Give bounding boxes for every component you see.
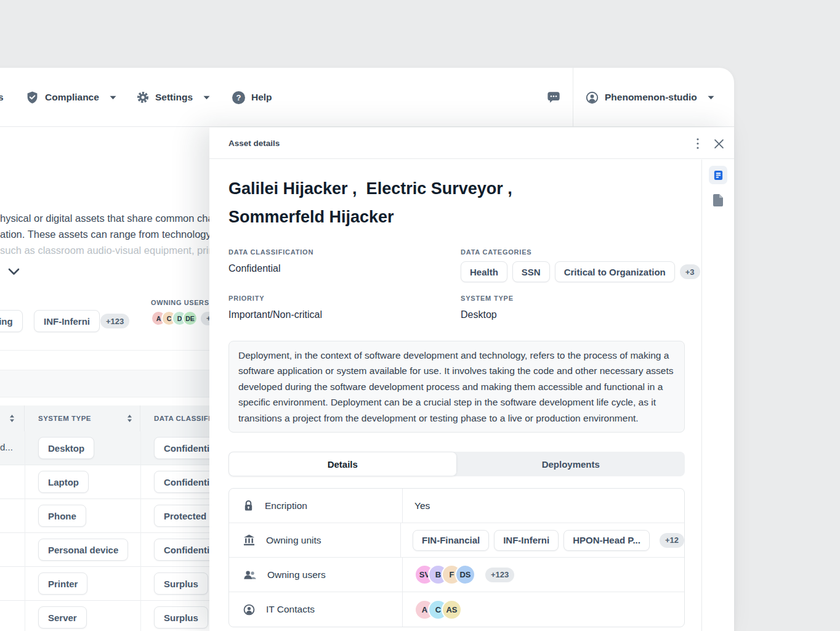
field-value: Confidential xyxy=(228,263,461,274)
nav-item-truncated-label: s xyxy=(0,92,4,103)
encryption-value: Yes xyxy=(403,489,684,523)
file-tab[interactable] xyxy=(709,191,727,210)
account-menu[interactable]: Phenomenon-studio xyxy=(586,68,714,127)
chevron-down-icon xyxy=(110,96,116,100)
owning-users-value: SV B F DS +123 xyxy=(403,558,684,592)
detail-row-owning-units: Owning units FIN-Financial INF-Inferni H… xyxy=(229,523,684,558)
row-lead-text: d... xyxy=(0,442,13,452)
assets-table-body: d... Desktop Confidential Laptop Confide… xyxy=(0,431,209,631)
unit-chip[interactable]: INF-Inferni xyxy=(34,310,100,332)
detail-row-label: IT Contacts xyxy=(229,592,403,627)
detail-row-label: Owning users xyxy=(229,558,403,592)
data-categories-chips: Health SSN Critical to Organization +3 xyxy=(461,261,700,282)
table-row[interactable]: Phone Protected xyxy=(0,499,209,533)
more-options-icon[interactable] xyxy=(693,138,703,149)
system-type-header-label: SYSTEM TYPE xyxy=(38,415,91,422)
more-categories-badge[interactable]: +3 xyxy=(680,264,700,279)
nav-compliance-label: Compliance xyxy=(45,92,99,103)
data-classification-chip[interactable]: Confidential xyxy=(154,437,209,459)
nav-item-compliance[interactable]: Compliance xyxy=(26,68,116,127)
unit-chip[interactable]: FIN-Financial xyxy=(413,530,489,551)
user-avatar-icon xyxy=(586,91,599,104)
more-users-badge[interactable]: +123 xyxy=(485,568,514,582)
table-row[interactable]: Server Surplus xyxy=(0,601,209,631)
background-page: hysical or digital assets that share com… xyxy=(0,127,209,631)
data-classification-chip[interactable]: Confidential xyxy=(154,471,209,493)
unit-chip[interactable]: HPON-Head P... xyxy=(563,530,650,551)
paragraph-line: hysical or digital assets that share com… xyxy=(0,211,209,227)
avatar[interactable]: DE xyxy=(182,311,198,326)
system-type-chip[interactable]: Server xyxy=(38,606,87,629)
nav-item-help[interactable]: ? Help xyxy=(232,68,272,127)
encryption-label: Encription xyxy=(265,500,307,511)
table-header: SYSTEM TYPE DATA CLASSIFICATION xyxy=(0,405,209,431)
data-classification-chip[interactable]: Confidential xyxy=(154,539,209,561)
field-data-categories: DATA CATEGORIES Health SSN Critical to O… xyxy=(461,248,700,282)
detail-row-encryption: Encription Yes xyxy=(229,489,684,523)
field-value: Desktop xyxy=(461,309,700,320)
detail-row-it-contacts: IT Contacts A C AS xyxy=(229,592,684,627)
avatar[interactable]: DS xyxy=(455,564,475,585)
owning-users-label: OWNING USERS xyxy=(151,299,209,306)
details-doc-tab[interactable] xyxy=(709,166,727,184)
panel-title: Asset details xyxy=(228,139,280,148)
owning-users-avatars: SV B F DS xyxy=(414,564,475,585)
divider xyxy=(0,350,209,351)
nav-help-label: Help xyxy=(251,92,272,103)
category-chip[interactable]: SSN xyxy=(512,261,550,282)
unit-chip-truncated[interactable]: nting xyxy=(0,310,23,332)
table-header-cell-truncated[interactable] xyxy=(0,405,25,431)
tab-details[interactable]: Details xyxy=(228,452,457,476)
gear-icon xyxy=(137,91,149,104)
more-units-badge[interactable]: +12 xyxy=(660,533,684,548)
data-classification-chip[interactable]: Protected xyxy=(154,505,209,527)
asset-description-text: hysical or digital assets that share com… xyxy=(0,211,209,258)
table-row[interactable]: Printer Surplus xyxy=(0,567,209,601)
it-contacts-avatars: A C AS xyxy=(414,600,462,620)
data-classification-chip[interactable]: Surplus xyxy=(154,606,208,629)
close-icon[interactable] xyxy=(713,138,724,149)
users-icon xyxy=(243,570,256,580)
table-header-cell-data-classification[interactable]: DATA CLASSIFICATION xyxy=(140,405,209,431)
file-icon xyxy=(713,194,723,206)
field-label: SYSTEM TYPE xyxy=(461,295,700,302)
table-row[interactable]: Personal device Confidential xyxy=(0,533,209,567)
table-row[interactable]: Laptop Confidential xyxy=(0,465,209,499)
panel-tabs: Details Deployments xyxy=(228,452,685,476)
lock-icon xyxy=(243,500,254,511)
owning-units-value: FIN-Financial INF-Inferni HPON-Head P...… xyxy=(401,523,684,557)
asset-title: Galilei Hijacker , Electric Surveyor , S… xyxy=(228,174,576,231)
system-type-chip[interactable]: Desktop xyxy=(38,437,94,459)
asset-fields: DATA CLASSIFICATION Confidential DATA CA… xyxy=(228,248,685,320)
account-name: Phenomenon-studio xyxy=(605,92,697,103)
field-label: PRIORITY xyxy=(228,295,461,302)
it-contacts-label: IT Contacts xyxy=(266,604,315,615)
sort-icon[interactable] xyxy=(127,415,132,422)
nav-item-truncated[interactable]: s xyxy=(0,68,4,127)
tab-deployments[interactable]: Deployments xyxy=(457,452,685,476)
system-type-chip[interactable]: Printer xyxy=(38,572,87,595)
field-label: DATA CATEGORIES xyxy=(461,248,700,256)
system-type-chip[interactable]: Laptop xyxy=(38,471,89,493)
avatar[interactable]: AS xyxy=(442,600,462,620)
chat-button[interactable] xyxy=(547,68,560,127)
category-chip[interactable]: Critical to Organization xyxy=(555,261,675,282)
category-chip[interactable]: Health xyxy=(461,261,507,282)
nav-item-settings[interactable]: Settings xyxy=(137,68,210,127)
table-row[interactable]: d... Desktop Confidential xyxy=(0,431,209,465)
paragraph-line: ation. These assets can range from techn… xyxy=(0,227,209,243)
paragraph-line: such as classroom audio-visual equipment… xyxy=(0,243,209,259)
person-icon xyxy=(243,604,255,616)
table-header-cell-system-type[interactable]: SYSTEM TYPE xyxy=(25,405,140,431)
data-classification-chip[interactable]: Surplus xyxy=(154,572,208,595)
more-users-badge[interactable]: +9 xyxy=(201,312,209,325)
expand-chevron-icon[interactable] xyxy=(8,267,20,278)
nav-divider xyxy=(573,68,573,126)
it-contacts-value: A C AS xyxy=(403,592,684,627)
system-type-chip[interactable]: Phone xyxy=(38,505,86,527)
unit-chip[interactable]: INF-Inferni xyxy=(494,530,559,551)
more-units-badge[interactable]: +123 xyxy=(100,314,129,328)
sort-icon[interactable] xyxy=(9,415,15,422)
system-type-chip[interactable]: Personal device xyxy=(38,539,128,561)
panel-content: Galilei Hijacker , Electric Surveyor , S… xyxy=(209,160,701,631)
